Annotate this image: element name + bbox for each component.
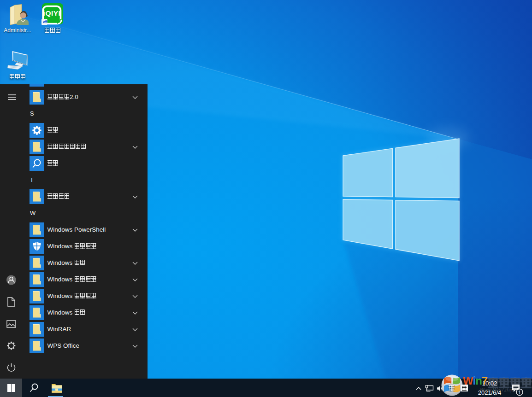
svg-text:iQIYI: iQIYI bbox=[43, 9, 61, 17]
svg-text:1: 1 bbox=[518, 390, 521, 395]
